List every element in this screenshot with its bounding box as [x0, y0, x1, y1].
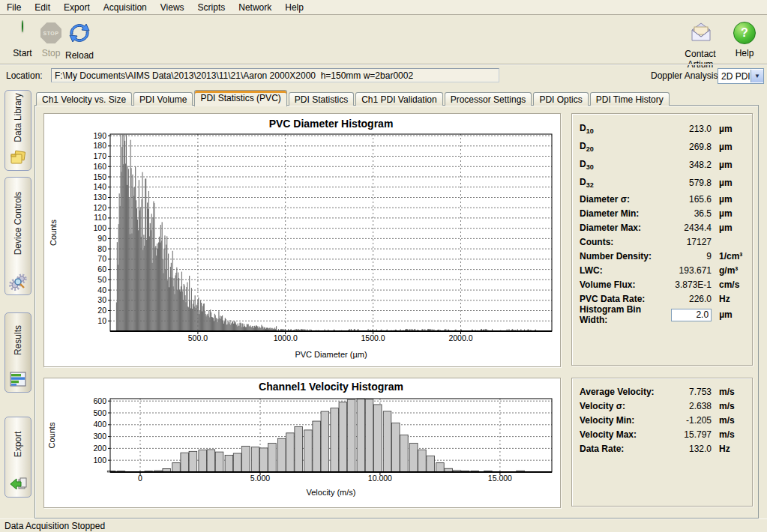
- reload-button[interactable]: Reload: [63, 21, 96, 61]
- svg-text:600: 600: [93, 396, 106, 405]
- svg-text:130: 130: [93, 193, 106, 202]
- menu-help[interactable]: Help: [278, 1, 310, 14]
- svg-text:Counts: Counts: [47, 422, 56, 448]
- svg-text:70: 70: [97, 254, 106, 263]
- stat-row-d20: D20 269.8µm: [580, 138, 745, 156]
- svg-text:110: 110: [94, 213, 106, 222]
- menu-export[interactable]: Export: [57, 1, 97, 14]
- export-arrow-icon: [9, 475, 27, 493]
- location-label: Location:: [6, 70, 43, 81]
- menu-bar: File Edit Export Acquisition Views Scrip…: [0, 0, 767, 15]
- menu-file[interactable]: File: [0, 1, 28, 14]
- aims-application-window: { "menu": {"items": ["File","Edit","Expo…: [0, 0, 767, 532]
- svg-text:140: 140: [93, 182, 106, 191]
- location-row: Location: Doppler Analysis: 2D PDI ▼: [0, 65, 767, 86]
- menu-network[interactable]: Network: [232, 1, 278, 14]
- stat-row-counts: Counts: 17127: [580, 235, 745, 249]
- svg-text:1000.0: 1000.0: [274, 333, 298, 342]
- doppler-analysis-label: Doppler Analysis:: [651, 70, 721, 81]
- svg-text:200: 200: [93, 444, 106, 453]
- tab-ch1-velocity-vs-size[interactable]: Ch1 Velocity vs. Size: [36, 92, 132, 106]
- tab-pdi-volume[interactable]: PDI Volume: [133, 92, 193, 106]
- velocity-statistics-panel: Average Velocity: 7.753m/s Velocity σ: 2…: [571, 378, 753, 507]
- svg-text:190: 190: [93, 131, 106, 140]
- help-icon: ?: [733, 21, 757, 45]
- stat-row-diameter-sigma: Diameter σ: 165.6µm: [580, 192, 745, 206]
- stat-row-diameter-max: Diameter Max: 2434.4µm: [580, 220, 745, 235]
- pvc-diameter-histogram-panel: 1020304050607080901001101201301401501601…: [43, 113, 561, 367]
- stat-row-velocity-min: Velocity Min: -1.205m/s: [580, 413, 745, 427]
- stat-row-velocity-max: Velocity Max: 15.797m/s: [580, 427, 745, 441]
- sidebar-item-results[interactable]: Results: [4, 312, 31, 393]
- results-chart-icon: [9, 370, 27, 388]
- stat-row-diameter-min: Diameter Min: 36.5µm: [580, 206, 745, 220]
- svg-text:2000.0: 2000.0: [448, 333, 472, 342]
- stat-row-number-density: Number Density: 91/cm³: [580, 249, 745, 263]
- contact-artium-button[interactable]: Contact Artium: [671, 21, 730, 70]
- svg-text:50: 50: [97, 275, 106, 284]
- gears-magnifier-icon: [9, 273, 27, 291]
- stat-row-histogram-bin-width: Histogram Bin Width: µm: [580, 306, 745, 324]
- sidebar-item-data-library[interactable]: Data Library: [4, 90, 31, 171]
- svg-text:5.000: 5.000: [250, 474, 270, 483]
- menu-views[interactable]: Views: [154, 1, 191, 14]
- stat-row-d10: D10 213.0µm: [580, 120, 745, 138]
- svg-text:90: 90: [97, 234, 106, 243]
- tab-pdi-time-history[interactable]: PDI Time History: [590, 92, 670, 106]
- svg-text:160: 160: [93, 162, 106, 171]
- svg-text:100: 100: [93, 223, 106, 232]
- tab-pdi-statistics[interactable]: PDI Statistics: [289, 92, 354, 106]
- location-input[interactable]: [51, 68, 499, 82]
- menu-edit[interactable]: Edit: [28, 1, 57, 14]
- velocity-histogram-panel: 10020030040050060005.00010.00015.000Chan…: [43, 378, 561, 508]
- reload-icon: [67, 21, 91, 45]
- sidebar-item-device-controls[interactable]: Device Controls: [4, 177, 31, 295]
- stat-row-d30: D30 348.2µm: [580, 156, 745, 174]
- svg-text:170: 170: [93, 151, 106, 160]
- menu-scripts[interactable]: Scripts: [191, 1, 232, 14]
- stat-row-lwc: LWC: 193.671g/m³: [580, 263, 745, 277]
- svg-text:60: 60: [97, 265, 106, 273]
- svg-text:80: 80: [97, 244, 106, 253]
- stat-row-d32: D32 579.8µm: [580, 174, 745, 192]
- chevron-down-icon[interactable]: ▼: [751, 70, 763, 82]
- status-text: Data Acquisition Stopped: [4, 521, 105, 531]
- svg-text:300: 300: [93, 432, 106, 441]
- tab-pdi-statistics-pvc[interactable]: PDI Statistics (PVC): [194, 90, 286, 106]
- svg-text:500: 500: [93, 408, 106, 417]
- doppler-analysis-select[interactable]: 2D PDI ▼: [718, 68, 764, 84]
- help-button[interactable]: ? Help: [731, 21, 758, 58]
- pvc-diameter-histogram: 1020304050607080901001101201301401501601…: [44, 114, 557, 363]
- tab-bar: Ch1 Velocity vs. Size PDI Volume PDI Sta…: [36, 89, 671, 106]
- svg-text:400: 400: [93, 420, 106, 429]
- doppler-analysis-value: 2D PDI: [718, 71, 751, 82]
- tab-processor-settings[interactable]: Processor Settings: [445, 92, 532, 106]
- histogram-bin-width-input[interactable]: [671, 309, 712, 321]
- sidebar-item-export[interactable]: Export: [4, 417, 31, 498]
- svg-text:40: 40: [97, 285, 106, 294]
- svg-text:1500.0: 1500.0: [361, 333, 385, 342]
- help-label: Help: [731, 48, 758, 58]
- svg-text:Velocity (m/s): Velocity (m/s): [306, 488, 355, 497]
- stop-icon: STOP: [39, 21, 63, 45]
- svg-text:120: 120: [93, 203, 106, 212]
- svg-text:100: 100: [93, 456, 106, 465]
- status-bar: Data Acquisition Stopped: [0, 519, 767, 532]
- start-icon: [10, 21, 34, 45]
- svg-text:10: 10: [97, 316, 106, 325]
- svg-text:0: 0: [138, 474, 142, 483]
- svg-text:Channel1 Velocity Histogram: Channel1 Velocity Histogram: [259, 381, 403, 393]
- svg-text:180: 180: [93, 141, 106, 150]
- svg-text:30: 30: [97, 295, 106, 304]
- svg-text:10.000: 10.000: [368, 474, 392, 483]
- menu-acquisition[interactable]: Acquisition: [97, 1, 154, 14]
- stat-row-average-velocity: Average Velocity: 7.753m/s: [580, 384, 745, 399]
- tab-ch1-pdi-validation[interactable]: Ch1 PDI Validation: [355, 92, 443, 106]
- diameter-statistics-panel: D10 213.0µm D20 269.8µm D30 348.2µm D32 …: [571, 113, 753, 366]
- stat-row-volume-flux: Volume Flux: 3.873E-1cm/s: [580, 277, 745, 291]
- reload-label: Reload: [63, 50, 96, 61]
- stat-row-data-rate: Data Rate: 132.0Hz: [580, 441, 745, 456]
- svg-text:500.0: 500.0: [188, 333, 208, 342]
- tab-pdi-optics[interactable]: PDI Optics: [533, 92, 588, 106]
- svg-text:150: 150: [93, 172, 106, 181]
